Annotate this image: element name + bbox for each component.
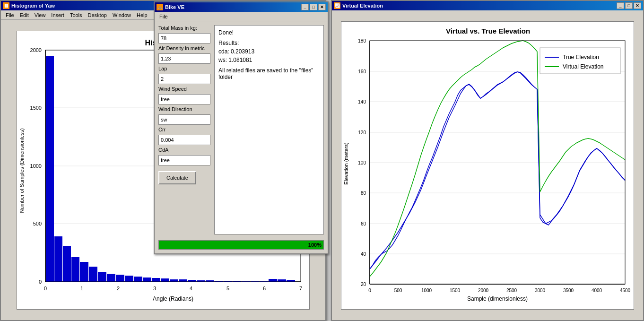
true-elevation-line bbox=[370, 72, 625, 269]
bikeve-title: Bike VE bbox=[165, 4, 184, 10]
wind-speed-label: Wind Speed bbox=[158, 86, 210, 92]
menu-help[interactable]: Help bbox=[134, 11, 150, 19]
bikeve-controls[interactable]: _ □ ✕ bbox=[301, 4, 326, 10]
wind-speed-input[interactable] bbox=[158, 94, 210, 104]
ve-titlebar: 📈 Virtual Elevation _ □ ✕ bbox=[332, 1, 643, 10]
ve-maximize-btn[interactable]: □ bbox=[625, 2, 633, 9]
svg-text:Number of Samples (Dimensionle: Number of Samples (Dimensionless) bbox=[19, 128, 25, 213]
svg-text:500: 500 bbox=[33, 221, 42, 226]
bv-maximize-btn[interactable]: □ bbox=[310, 4, 317, 10]
ve-icon: 📈 bbox=[334, 2, 340, 9]
hist-bar-6 bbox=[98, 272, 106, 282]
svg-text:120: 120 bbox=[358, 130, 366, 135]
hist-bar-0 bbox=[46, 56, 54, 282]
svg-text:3500: 3500 bbox=[563, 288, 574, 293]
menu-insert[interactable]: Insert bbox=[48, 11, 67, 19]
wind-direction-input[interactable] bbox=[158, 114, 210, 125]
ve-svg: Virtual vs. True Elevation 20 40 60 80 1… bbox=[341, 22, 635, 310]
crr-input[interactable] bbox=[158, 135, 210, 145]
results-done: Done! bbox=[218, 29, 320, 36]
svg-text:100: 100 bbox=[358, 160, 366, 165]
svg-text:2: 2 bbox=[117, 286, 120, 291]
ve-controls[interactable]: _ □ ✕ bbox=[617, 2, 641, 9]
svg-text:7: 7 bbox=[299, 286, 302, 291]
bikeve-icon: 🚲 bbox=[157, 4, 163, 10]
svg-text:0: 0 bbox=[368, 288, 371, 293]
results-files-note: All related files are saved to the "file… bbox=[218, 67, 320, 80]
bv-minimize-btn[interactable]: _ bbox=[301, 4, 309, 10]
hist-bar-2 bbox=[63, 246, 71, 282]
svg-text:5: 5 bbox=[226, 286, 229, 291]
menu-file[interactable]: File bbox=[3, 11, 17, 19]
svg-text:Angle (Radians): Angle (Radians) bbox=[153, 295, 193, 302]
hist-bar-26 bbox=[278, 279, 286, 282]
menu-desktop[interactable]: Desktop bbox=[85, 11, 110, 19]
legend-virtual-elevation: Virtual Elevation bbox=[563, 63, 604, 70]
hist-bar-10 bbox=[134, 277, 142, 282]
results-label: Results: bbox=[218, 40, 320, 46]
air-density-label: Air Density in metric bbox=[158, 45, 210, 51]
true-elevation-line-2 bbox=[370, 72, 625, 269]
menu-window[interactable]: Window bbox=[110, 11, 134, 19]
svg-text:40: 40 bbox=[361, 252, 366, 257]
bikeve-window: 🚲 Bike VE _ □ ✕ File Total Mass in kg: A… bbox=[154, 1, 329, 254]
hist-bar-7 bbox=[107, 274, 115, 282]
menu-edit[interactable]: Edit bbox=[17, 11, 32, 19]
ve-close-btn[interactable]: ✕ bbox=[634, 2, 641, 9]
svg-rect-58 bbox=[370, 41, 625, 284]
hist-bar-27 bbox=[287, 280, 295, 282]
menu-tools[interactable]: Tools bbox=[67, 11, 85, 19]
svg-text:140: 140 bbox=[358, 99, 366, 104]
legend-true-elevation: True Elevation bbox=[563, 54, 599, 61]
svg-text:160: 160 bbox=[358, 69, 366, 74]
svg-text:3000: 3000 bbox=[535, 288, 546, 293]
hist-bar-13 bbox=[161, 278, 169, 282]
hist-bar-16 bbox=[188, 280, 196, 282]
svg-text:4500: 4500 bbox=[620, 288, 631, 293]
lap-label: Lap bbox=[158, 66, 210, 71]
progress-label: 100% bbox=[308, 242, 322, 248]
ve-chart-title: Virtual vs. True Elevation bbox=[446, 27, 530, 35]
hist-bar-12 bbox=[152, 278, 160, 282]
bv-menu-file[interactable]: File bbox=[157, 13, 171, 20]
svg-text:80: 80 bbox=[361, 191, 366, 196]
histogram-icon: ▦ bbox=[3, 2, 9, 9]
bv-close-btn[interactable]: ✕ bbox=[318, 4, 326, 10]
svg-text:Sample (dimensionless): Sample (dimensionless) bbox=[467, 295, 528, 302]
bikeve-fields: Total Mass in kg: Air Density in metric … bbox=[158, 25, 210, 234]
total-mass-input[interactable] bbox=[158, 33, 210, 43]
wind-direction-label: Wind Direction bbox=[158, 106, 210, 112]
results-cda: cda: 0.203913 bbox=[218, 48, 320, 55]
menu-view[interactable]: View bbox=[32, 11, 49, 19]
svg-text:2000: 2000 bbox=[478, 288, 489, 293]
calculate-button[interactable]: Calculate bbox=[158, 171, 196, 184]
total-mass-label: Total Mass in kg: bbox=[158, 25, 210, 31]
bikeve-results: Done! Results: cda: 0.203913 ws: 1.08108… bbox=[214, 25, 324, 234]
svg-text:20: 20 bbox=[361, 282, 366, 287]
cda-label: CdA bbox=[158, 147, 210, 153]
svg-text:1000: 1000 bbox=[421, 288, 432, 293]
bikeve-body: File Total Mass in kg: Air Density in me… bbox=[155, 12, 328, 253]
svg-text:1500: 1500 bbox=[450, 288, 461, 293]
cda-input[interactable] bbox=[158, 155, 210, 165]
svg-text:1000: 1000 bbox=[30, 163, 42, 169]
svg-text:500: 500 bbox=[394, 288, 402, 293]
ve-minimize-btn[interactable]: _ bbox=[617, 2, 624, 9]
hist-bar-3 bbox=[71, 257, 79, 282]
svg-text:60: 60 bbox=[361, 221, 366, 226]
hist-bar-4 bbox=[80, 262, 88, 282]
svg-text:180: 180 bbox=[358, 38, 366, 43]
ve-chart: Virtual vs. True Elevation 20 40 60 80 1… bbox=[341, 21, 634, 310]
svg-text:2500: 2500 bbox=[506, 288, 517, 293]
svg-text:Elevation (meters): Elevation (meters) bbox=[343, 142, 349, 184]
hist-bar-14 bbox=[170, 279, 178, 282]
svg-text:2000: 2000 bbox=[30, 47, 42, 53]
lap-input[interactable] bbox=[158, 74, 210, 84]
svg-text:6: 6 bbox=[263, 286, 266, 291]
svg-text:0: 0 bbox=[39, 279, 42, 285]
hist-bar-25 bbox=[269, 279, 277, 282]
bikeve-titlebar: 🚲 Bike VE _ □ ✕ bbox=[155, 2, 328, 12]
air-density-input[interactable] bbox=[158, 53, 210, 64]
svg-text:1500: 1500 bbox=[30, 105, 42, 111]
ve-window: 📈 Virtual Elevation _ □ ✕ Virtual vs. Tr… bbox=[331, 0, 644, 321]
